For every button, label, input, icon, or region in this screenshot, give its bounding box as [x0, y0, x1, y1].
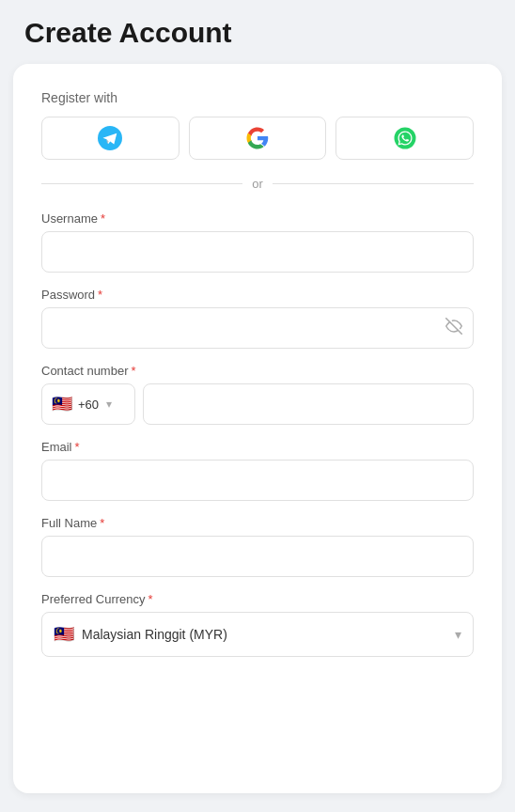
- password-wrapper: [41, 307, 474, 349]
- telegram-icon: [98, 126, 122, 150]
- divider-right: [273, 183, 474, 184]
- username-required: *: [101, 211, 105, 226]
- register-with-label: Register with: [41, 90, 474, 105]
- contact-field-group: Contact number * 🇲🇾 +60 ▾: [41, 364, 474, 425]
- divider-left: [41, 183, 242, 184]
- social-buttons-row: [41, 117, 474, 160]
- email-required: *: [75, 440, 80, 454]
- currency-left: 🇲🇾 Malaysian Ringgit (MYR): [54, 624, 227, 645]
- fullname-label: Full Name *: [41, 516, 474, 530]
- fullname-required: *: [100, 516, 104, 530]
- phone-number-input[interactable]: [143, 383, 474, 425]
- password-field-group: Password *: [41, 288, 474, 349]
- email-field-group: Email *: [41, 440, 474, 501]
- google-icon: [246, 127, 269, 149]
- currency-required: *: [148, 592, 153, 606]
- whatsapp-icon: [394, 127, 416, 149]
- password-toggle-icon[interactable]: [445, 318, 462, 338]
- password-input[interactable]: [41, 307, 474, 349]
- email-label: Email *: [41, 440, 474, 454]
- create-account-form: Register with or: [13, 64, 502, 793]
- contact-label: Contact number *: [41, 364, 474, 378]
- currency-field-group: Preferred Currency * 🇲🇾 Malaysian Ringgi…: [41, 592, 474, 657]
- whatsapp-button[interactable]: [336, 117, 474, 160]
- password-label: Password *: [41, 288, 474, 302]
- page-title: Create Account: [24, 17, 491, 49]
- username-field-group: Username *: [41, 211, 474, 273]
- telegram-button[interactable]: [41, 117, 179, 160]
- contact-required: *: [132, 364, 136, 378]
- phone-row: 🇲🇾 +60 ▾: [41, 383, 474, 425]
- password-required: *: [98, 288, 102, 302]
- country-code-select[interactable]: 🇲🇾 +60 ▾: [41, 383, 135, 425]
- divider-row: or: [41, 177, 474, 191]
- currency-flag: 🇲🇾: [54, 624, 74, 645]
- currency-value: Malaysian Ringgit (MYR): [82, 627, 227, 642]
- fullname-input[interactable]: [41, 536, 474, 577]
- currency-dropdown[interactable]: 🇲🇾 Malaysian Ringgit (MYR) ▾: [41, 612, 474, 657]
- country-flag: 🇲🇾: [52, 394, 72, 414]
- currency-label: Preferred Currency *: [41, 592, 474, 606]
- currency-chevron-icon: ▾: [455, 627, 461, 642]
- divider-text: or: [252, 177, 263, 191]
- username-label: Username *: [41, 211, 474, 226]
- country-chevron-icon: ▾: [106, 398, 112, 411]
- email-input[interactable]: [41, 460, 474, 501]
- google-button[interactable]: [189, 117, 327, 160]
- fullname-field-group: Full Name *: [41, 516, 474, 577]
- country-code-value: +60: [78, 398, 99, 412]
- svg-point-1: [394, 128, 415, 149]
- username-input[interactable]: [41, 231, 474, 273]
